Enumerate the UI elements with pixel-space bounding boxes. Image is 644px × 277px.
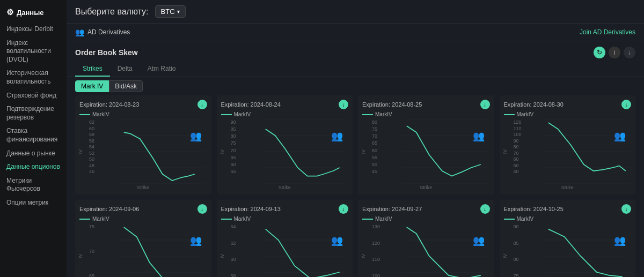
legend-label: MarkIV xyxy=(234,111,251,117)
chart-header: Expiration: 2024-08-25↓ xyxy=(362,100,490,109)
topbar: Выберите валюту: BTC ▾ xyxy=(67,0,644,24)
tab-delta[interactable]: Delta xyxy=(110,62,140,77)
chart-title: Expiration: 2024-08-23 xyxy=(79,101,139,108)
chart-card: Expiration: 2024-09-27↓MarkIV13012011010… xyxy=(358,200,494,277)
chart-download-button[interactable]: ↓ xyxy=(480,204,490,214)
chart-legend: MarkIV xyxy=(362,216,490,222)
chart-svg xyxy=(240,224,368,277)
x-axis-label: Strike xyxy=(362,185,490,190)
chart-download-button[interactable]: ↓ xyxy=(621,100,631,109)
tab-strikes[interactable]: Strikes xyxy=(75,62,110,77)
chart-header: Expiration: 2024-09-27↓ xyxy=(362,204,490,214)
chart-card: Expiration: 2024-09-13↓MarkIV64626058IV👥… xyxy=(217,200,353,277)
users-icon: 👥 xyxy=(614,130,626,142)
x-axis-label: Strike xyxy=(79,185,207,190)
chart-area: 8075706560555045IV👥 xyxy=(362,119,490,184)
chart-legend: MarkIV xyxy=(221,111,349,117)
users-icon: 👥 xyxy=(190,235,202,246)
legend-label: MarkIV xyxy=(92,216,109,222)
chart-svg xyxy=(382,224,509,277)
sidebar-item-7[interactable]: Данные опционов xyxy=(0,160,67,174)
y-ticks: 8075706560555045 xyxy=(372,119,377,174)
legend-label: MarkIV xyxy=(234,216,251,222)
chevron-down-icon: ▾ xyxy=(177,9,180,14)
chart-legend: MarkIV xyxy=(221,216,349,222)
y-axis-label: IV xyxy=(502,149,508,154)
section-header: Order Book Skew ↻ i ↓ xyxy=(67,41,644,62)
chart-header: Expiration: 2024-08-23↓ xyxy=(79,100,207,109)
chart-download-button[interactable]: ↓ xyxy=(480,100,490,109)
ad-join-link[interactable]: Join AD Derivatives xyxy=(580,28,635,36)
chart-svg xyxy=(99,224,226,277)
chart-title: Expiration: 2024-09-06 xyxy=(79,206,139,212)
chart-title: Expiration: 2024-08-24 xyxy=(221,101,281,108)
chart-svg xyxy=(99,119,226,184)
chart-header: Expiration: 2024-08-24↓ xyxy=(221,100,349,109)
y-axis-label: IV xyxy=(78,254,83,259)
tabs-bar: StrikesDeltaAtm Ratio xyxy=(67,62,644,77)
y-ticks: 9085807570656055 xyxy=(231,119,236,174)
sidebar-item-9[interactable]: Опции метрик xyxy=(0,196,67,210)
sidebar-item-3[interactable]: Страховой фонд xyxy=(0,89,67,103)
view-buttons-group: Mark IVBid/Ask xyxy=(67,77,644,95)
legend-line-icon xyxy=(221,114,232,115)
sidebar-item-6[interactable]: Данные о рынке xyxy=(0,147,67,161)
users-icon: 👥 xyxy=(614,235,626,246)
chart-card: Expiration: 2024-10-25↓MarkIV90858075IV👥… xyxy=(500,200,636,277)
sidebar-item-5[interactable]: Ставка финансирования xyxy=(0,124,67,146)
legend-line-icon xyxy=(79,114,90,115)
y-ticks: 90858075 xyxy=(514,224,519,277)
view-btn-mark iv[interactable]: Mark IV xyxy=(75,80,109,92)
legend-label: MarkIV xyxy=(517,111,534,117)
sidebar-item-4[interactable]: Подтверждение резервов xyxy=(0,102,67,124)
chart-download-button[interactable]: ↓ xyxy=(339,100,348,109)
chart-area: 120110100908070605040IV👥 xyxy=(504,119,632,184)
chart-area: 757065IV👥 xyxy=(79,224,207,277)
chart-area: 130120110100IV👥 xyxy=(362,224,490,277)
main-content: Выберите валюту: BTC ▾ 👥 AD Derivatives … xyxy=(67,0,644,277)
refresh-button[interactable]: ↻ xyxy=(594,47,605,58)
users-icon: 👥 xyxy=(331,235,343,246)
chart-card: Expiration: 2024-08-23↓MarkIV62605856545… xyxy=(75,95,211,194)
page-title: Выберите валюту: xyxy=(75,7,149,17)
tab-atm-ratio[interactable]: Atm Ratio xyxy=(140,62,184,77)
y-ticks: 120110100908070605040 xyxy=(514,119,522,174)
chart-download-button[interactable]: ↓ xyxy=(339,204,348,214)
chart-header: Expiration: 2024-10-25↓ xyxy=(504,204,632,214)
chart-title: Expiration: 2024-10-25 xyxy=(504,206,564,212)
legend-line-icon xyxy=(221,219,232,220)
sidebar-item-8[interactable]: Метрики Фьючерсов xyxy=(0,174,67,196)
sidebar-item-0[interactable]: Индексы Deribit xyxy=(0,23,67,36)
sidebar-brand: ⚙ Данные xyxy=(0,4,67,23)
chart-area: 90858075IV👥 xyxy=(504,224,632,277)
chart-download-button[interactable]: ↓ xyxy=(197,100,207,109)
chart-download-button[interactable]: ↓ xyxy=(621,204,631,214)
x-axis-label: Strike xyxy=(504,185,632,190)
view-btn-bid-ask[interactable]: Bid/Ask xyxy=(109,80,143,92)
ad-banner: 👥 AD Derivatives Join AD Derivatives xyxy=(67,24,644,41)
legend-label: MarkIV xyxy=(375,111,392,117)
chart-download-button[interactable]: ↓ xyxy=(197,204,207,214)
users-icon: 👥 xyxy=(473,130,485,142)
chart-legend: MarkIV xyxy=(504,111,632,117)
chart-area: 64626058IV👥 xyxy=(221,224,349,277)
chart-legend: MarkIV xyxy=(362,111,490,117)
x-axis-label: Strike xyxy=(221,185,349,190)
chart-legend: MarkIV xyxy=(79,111,207,117)
sidebar-item-2[interactable]: Историческая волатильность xyxy=(0,66,67,88)
chart-svg xyxy=(240,119,368,184)
chart-header: Expiration: 2024-09-13↓ xyxy=(221,204,349,214)
chart-area: 626058565452504846IV👥 xyxy=(79,119,207,184)
sidebar-item-1[interactable]: Индекс волатильности (DVOL) xyxy=(0,36,67,67)
chart-card: Expiration: 2024-09-06↓MarkIV757065IV👥St… xyxy=(75,200,211,277)
currency-select-button[interactable]: BTC ▾ xyxy=(155,5,186,18)
chart-header: Expiration: 2024-08-30↓ xyxy=(504,100,632,109)
chart-legend: MarkIV xyxy=(79,216,207,222)
chart-title: Expiration: 2024-09-13 xyxy=(221,206,281,212)
section-title: Order Book Skew xyxy=(75,48,138,57)
download-button[interactable]: ↓ xyxy=(624,47,635,58)
sidebar: ⚙ Данные Индексы DeribitИндекс волатильн… xyxy=(0,0,67,277)
chart-card: Expiration: 2024-08-30↓MarkIV12011010090… xyxy=(500,95,636,194)
y-axis-label: IV xyxy=(78,149,83,154)
info-button[interactable]: i xyxy=(609,47,620,58)
